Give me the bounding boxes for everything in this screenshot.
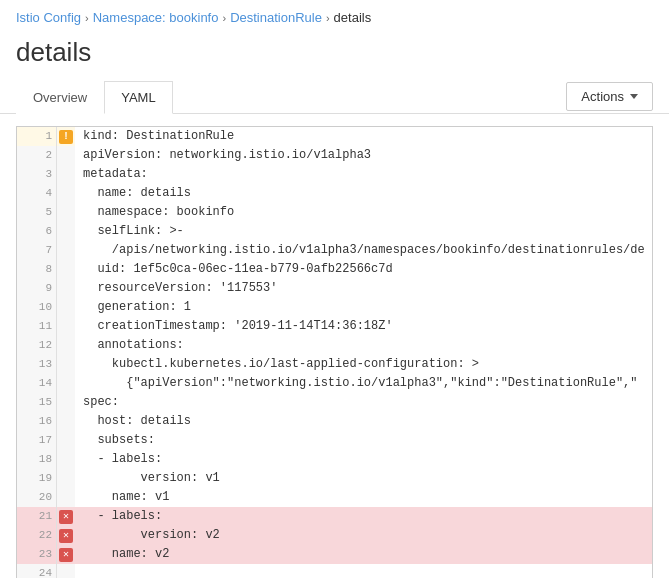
line-indicator <box>57 450 75 469</box>
line-indicator <box>57 298 75 317</box>
line-number: 17 <box>17 431 57 450</box>
line-indicator <box>57 336 75 355</box>
breadcrumb-namespace[interactable]: Namespace: bookinfo <box>93 10 219 25</box>
yaml-code: name: v2 <box>75 545 652 564</box>
yaml-line: 7 /apis/networking.istio.io/v1alpha3/nam… <box>17 241 652 260</box>
breadcrumb-current: details <box>334 10 372 25</box>
line-number: 4 <box>17 184 57 203</box>
yaml-line: 15spec: <box>17 393 652 412</box>
yaml-line: 22✕ version: v2 <box>17 526 652 545</box>
tab-overview[interactable]: Overview <box>16 81 104 114</box>
yaml-line: 13 kubectl.kubernetes.io/last-applied-co… <box>17 355 652 374</box>
line-number: 24 <box>17 564 57 578</box>
yaml-code: uid: 1ef5c0ca-06ec-11ea-b779-0afb22566c7… <box>75 260 652 279</box>
yaml-line: 20 name: v1 <box>17 488 652 507</box>
yaml-line: 9 resourceVersion: '117553' <box>17 279 652 298</box>
yaml-code: metadata: <box>75 165 652 184</box>
yaml-line: 8 uid: 1ef5c0ca-06ec-11ea-b779-0afb22566… <box>17 260 652 279</box>
tabs-row: Overview YAML Actions <box>0 80 669 114</box>
line-number: 13 <box>17 355 57 374</box>
yaml-code: - labels: <box>75 507 652 526</box>
line-number: 1 <box>17 127 57 146</box>
breadcrumb: Istio Config › Namespace: bookinfo › Des… <box>0 0 669 33</box>
line-number: 14 <box>17 374 57 393</box>
yaml-code: namespace: bookinfo <box>75 203 652 222</box>
yaml-line: 11 creationTimestamp: '2019-11-14T14:36:… <box>17 317 652 336</box>
line-number: 15 <box>17 393 57 412</box>
yaml-line: 23✕ name: v2 <box>17 545 652 564</box>
warn-icon: ! <box>59 130 73 144</box>
yaml-code: annotations: <box>75 336 652 355</box>
yaml-code: version: v1 <box>75 469 652 488</box>
line-indicator <box>57 469 75 488</box>
yaml-code: {"apiVersion":"networking.istio.io/v1alp… <box>75 374 652 393</box>
line-number: 10 <box>17 298 57 317</box>
line-indicator <box>57 431 75 450</box>
line-indicator: ✕ <box>57 545 75 564</box>
line-indicator <box>57 260 75 279</box>
line-indicator <box>57 393 75 412</box>
yaml-code: apiVersion: networking.istio.io/v1alpha3 <box>75 146 652 165</box>
error-icon: ✕ <box>59 548 73 562</box>
line-number: 5 <box>17 203 57 222</box>
line-number: 7 <box>17 241 57 260</box>
yaml-code: host: details <box>75 412 652 431</box>
yaml-code: name: v1 <box>75 488 652 507</box>
line-indicator <box>57 165 75 184</box>
yaml-line: 6 selfLink: >- <box>17 222 652 241</box>
line-number: 6 <box>17 222 57 241</box>
line-number: 9 <box>17 279 57 298</box>
yaml-line: 3metadata: <box>17 165 652 184</box>
actions-button[interactable]: Actions <box>566 82 653 111</box>
yaml-code: kubectl.kubernetes.io/last-applied-confi… <box>75 355 652 374</box>
yaml-line: 17 subsets: <box>17 431 652 450</box>
breadcrumb-destinationrule[interactable]: DestinationRule <box>230 10 322 25</box>
line-indicator <box>57 184 75 203</box>
yaml-code: subsets: <box>75 431 652 450</box>
breadcrumb-sep-3: › <box>326 12 330 24</box>
line-indicator <box>57 564 75 578</box>
line-number: 16 <box>17 412 57 431</box>
line-number: 3 <box>17 165 57 184</box>
chevron-down-icon <box>630 94 638 99</box>
line-indicator <box>57 222 75 241</box>
yaml-line: 18 - labels: <box>17 450 652 469</box>
yaml-code <box>75 564 652 578</box>
line-number: 23 <box>17 545 57 564</box>
error-icon: ✕ <box>59 510 73 524</box>
line-indicator <box>57 241 75 260</box>
line-indicator <box>57 317 75 336</box>
yaml-content: 1!kind: DestinationRule2apiVersion: netw… <box>17 127 652 578</box>
yaml-line: 4 name: details <box>17 184 652 203</box>
line-indicator <box>57 488 75 507</box>
line-number: 11 <box>17 317 57 336</box>
tab-yaml[interactable]: YAML <box>104 81 172 114</box>
breadcrumb-sep-1: › <box>85 12 89 24</box>
yaml-code: kind: DestinationRule <box>75 127 652 146</box>
line-number: 20 <box>17 488 57 507</box>
yaml-code: - labels: <box>75 450 652 469</box>
yaml-scroll-area[interactable]: 1!kind: DestinationRule2apiVersion: netw… <box>17 127 652 578</box>
yaml-line: 24 <box>17 564 652 578</box>
line-indicator <box>57 203 75 222</box>
line-indicator: ! <box>57 127 75 146</box>
line-indicator <box>57 279 75 298</box>
yaml-code: version: v2 <box>75 526 652 545</box>
breadcrumb-istio-config[interactable]: Istio Config <box>16 10 81 25</box>
actions-label: Actions <box>581 89 624 104</box>
yaml-code: selfLink: >- <box>75 222 652 241</box>
yaml-line: 21✕ - labels: <box>17 507 652 526</box>
yaml-line: 16 host: details <box>17 412 652 431</box>
line-indicator <box>57 374 75 393</box>
line-number: 2 <box>17 146 57 165</box>
line-number: 18 <box>17 450 57 469</box>
line-indicator: ✕ <box>57 526 75 545</box>
yaml-code: creationTimestamp: '2019-11-14T14:36:18Z… <box>75 317 652 336</box>
yaml-code: resourceVersion: '117553' <box>75 279 652 298</box>
yaml-code: spec: <box>75 393 652 412</box>
line-number: 21 <box>17 507 57 526</box>
yaml-line: 19 version: v1 <box>17 469 652 488</box>
breadcrumb-sep-2: › <box>222 12 226 24</box>
yaml-line: 1!kind: DestinationRule <box>17 127 652 146</box>
yaml-code: name: details <box>75 184 652 203</box>
